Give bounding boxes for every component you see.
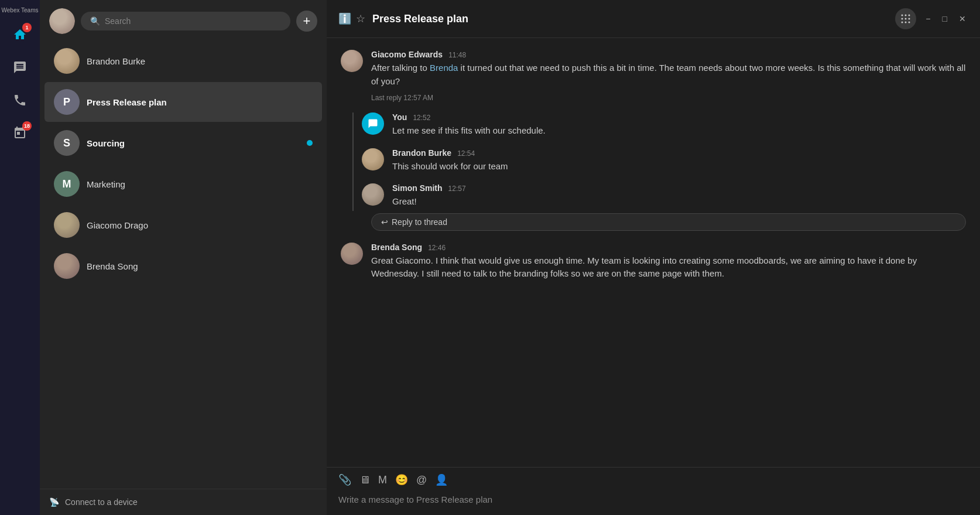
contact-item-press-release-plan[interactable]: P Press Release plan <box>44 82 322 122</box>
contact-item-sourcing[interactable]: S Sourcing <box>44 123 322 163</box>
avatar-sourcing: S <box>54 130 80 156</box>
sidebar-icons: Webex Teams 1 18 <box>0 0 40 515</box>
messages-area: Giacomo Edwards 11:48 After talking to B… <box>327 38 980 467</box>
contact-header: 🔍 Search + <box>40 0 327 40</box>
contact-name-giacomo-drago: Giacomo Drago <box>87 220 313 230</box>
minimize-button[interactable]: − <box>923 12 933 26</box>
reply-3: Simon Smith 12:57 Great! <box>362 183 966 209</box>
attach-button[interactable]: 📎 <box>338 473 351 486</box>
user-avatar[interactable] <box>49 8 75 34</box>
contact-item-brenda-song[interactable]: Brenda Song <box>44 246 322 286</box>
person-button[interactable]: 👤 <box>435 473 448 486</box>
message-header-1: Giacomo Edwards 11:48 <box>371 50 966 59</box>
add-button[interactable]: + <box>296 11 317 32</box>
avatar-giacomo-edwards <box>341 50 363 72</box>
time-msg-2: 12:46 <box>428 244 446 252</box>
avatar-you <box>362 112 384 135</box>
search-bar[interactable]: 🔍 Search <box>81 12 290 30</box>
contact-item-giacomo-drago[interactable]: Giacomo Drago <box>44 205 322 245</box>
close-button[interactable]: ✕ <box>957 12 968 26</box>
calendar-badge: 18 <box>22 121 32 131</box>
home-badge: 1 <box>22 23 32 32</box>
sender-brenda-song: Brenda Song <box>371 243 422 252</box>
time-reply-1: 12:52 <box>413 114 430 122</box>
avatar-brandon-reply <box>362 148 384 170</box>
avatar-brenda-msg <box>341 243 363 265</box>
last-reply-label: Last reply 12:57 AM <box>371 94 966 102</box>
avatar-brenda-song <box>54 253 80 279</box>
connect-device[interactable]: 📡 Connect to a device <box>40 489 327 515</box>
reply-text-3: Great! <box>392 195 966 209</box>
contact-item-brandon-burke[interactable]: Brandon Burke <box>44 41 322 81</box>
star-icon[interactable]: ☆ <box>356 12 365 25</box>
reply-1: You 12:52 Let me see if this fits with o… <box>362 112 966 138</box>
nav-home[interactable]: 1 <box>6 21 34 49</box>
chat-panel: ℹ️ ☆ Press Release plan − □ ✕ Giacomo Ed… <box>327 0 980 515</box>
nav-calendar[interactable]: 18 <box>6 119 34 147</box>
search-placeholder: Search <box>105 16 131 26</box>
contact-name-sourcing: Sourcing <box>87 138 300 148</box>
sender-giacomo-edwards: Giacomo Edwards <box>371 50 443 59</box>
reply-header-1: You 12:52 <box>392 112 966 122</box>
message-text-1: After talking to Brenda it turned out th… <box>371 62 966 88</box>
message-content-2: Brenda Song 12:46 Great Giacomo. I think… <box>371 243 966 281</box>
app-title: Webex Teams <box>2 7 39 13</box>
sender-brandon-reply: Brandon Burke <box>392 148 451 158</box>
message-header-2: Brenda Song 12:46 <box>371 243 966 252</box>
reply-to-thread-label: Reply to thread <box>392 217 447 227</box>
message-group-2: Brenda Song 12:46 Great Giacomo. I think… <box>341 243 966 281</box>
chat-header-icons: ℹ️ ☆ <box>338 12 365 25</box>
window-controls: − □ ✕ <box>923 12 968 26</box>
sender-simon-smith: Simon Smith <box>392 183 443 193</box>
avatar-simon-smith <box>362 183 384 206</box>
avatar-press-release-plan: P <box>54 89 80 115</box>
info-icon[interactable]: ℹ️ <box>338 12 351 25</box>
message-text-2: Great Giacomo. I think that would give u… <box>371 254 966 281</box>
time-msg-1: 11:48 <box>448 51 466 59</box>
svg-point-4 <box>905 18 907 20</box>
time-reply-2: 12:54 <box>457 149 475 158</box>
connect-device-icon: 📡 <box>49 497 59 507</box>
contact-name-marketing: Marketing <box>87 179 313 189</box>
contact-item-marketing[interactable]: M Marketing <box>44 164 322 204</box>
text-format-button[interactable]: M <box>378 474 387 486</box>
sender-you: You <box>392 112 407 122</box>
reply-to-thread-button[interactable]: ↩ Reply to thread <box>371 213 966 231</box>
chat-header: ℹ️ ☆ Press Release plan − □ ✕ <box>327 0 980 38</box>
reply-text-2: This should work for our team <box>392 160 966 173</box>
svg-point-2 <box>909 15 910 16</box>
input-toolbar: 📎 🖥 M 😊 @ 👤 <box>338 473 968 486</box>
grid-button[interactable] <box>895 8 916 29</box>
time-reply-3: 12:57 <box>448 185 466 193</box>
contact-name-brandon-burke: Brandon Burke <box>87 56 313 66</box>
reply-text-1: Let me see if this fits with our schedul… <box>392 124 966 138</box>
svg-point-8 <box>909 22 910 23</box>
svg-point-1 <box>905 15 907 16</box>
svg-point-6 <box>902 22 903 23</box>
message-group-1: Giacomo Edwards 11:48 After talking to B… <box>341 50 966 88</box>
contact-name-press-release-plan: Press Release plan <box>87 97 313 107</box>
svg-point-3 <box>902 18 903 20</box>
reply-icon: ↩ <box>381 217 388 227</box>
reply-content-3: Simon Smith 12:57 Great! <box>392 183 966 209</box>
reply-header-3: Simon Smith 12:57 <box>392 183 966 193</box>
reply-content-2: Brandon Burke 12:54 This should work for… <box>392 148 966 173</box>
contact-name-brenda-song: Brenda Song <box>87 261 313 271</box>
input-area: 📎 🖥 M 😊 @ 👤 Write a message to Press Rel… <box>327 467 980 515</box>
connect-device-label: Connect to a device <box>65 497 138 507</box>
svg-point-5 <box>909 18 910 20</box>
nav-calls[interactable] <box>6 86 34 114</box>
sourcing-unread-dot <box>307 140 313 146</box>
mention-button[interactable]: @ <box>416 474 427 486</box>
contact-list: Brandon Burke P Press Release plan S Sou… <box>40 40 327 489</box>
reply-content-1: You 12:52 Let me see if this fits with o… <box>392 112 966 138</box>
message-content-1: Giacomo Edwards 11:48 After talking to B… <box>371 50 966 88</box>
maximize-button[interactable]: □ <box>940 12 950 26</box>
contact-panel: 🔍 Search + Brandon Burke P Press Release… <box>40 0 327 515</box>
emoji-button[interactable]: 😊 <box>395 473 408 486</box>
nav-messages[interactable] <box>6 53 34 81</box>
screen-share-button[interactable]: 🖥 <box>359 474 370 486</box>
avatar-marketing: M <box>54 171 80 197</box>
message-input[interactable]: Write a message to Press Release plan <box>338 492 968 507</box>
svg-point-7 <box>905 22 907 23</box>
